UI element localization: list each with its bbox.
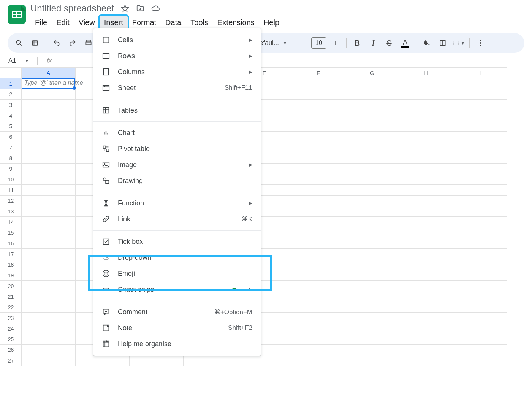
cell[interactable]: [22, 100, 76, 110]
cell[interactable]: [453, 121, 507, 132]
cell[interactable]: [399, 281, 453, 291]
cell[interactable]: [345, 249, 399, 259]
cell[interactable]: [399, 89, 453, 100]
cell[interactable]: [399, 164, 453, 174]
cell[interactable]: [399, 302, 453, 313]
menu-item-tables[interactable]: Tables: [93, 102, 261, 118]
cell[interactable]: [399, 270, 453, 281]
cell[interactable]: [345, 281, 399, 291]
cell[interactable]: [22, 206, 76, 217]
cell[interactable]: [22, 196, 76, 206]
row-header[interactable]: 3: [0, 100, 22, 110]
star-icon[interactable]: [121, 4, 129, 13]
cell[interactable]: [22, 249, 76, 259]
cell[interactable]: [453, 185, 507, 196]
sheets-logo[interactable]: [8, 5, 26, 24]
row-header[interactable]: 4: [0, 110, 22, 121]
cell[interactable]: [453, 291, 507, 302]
cell[interactable]: [345, 196, 399, 206]
menu-data[interactable]: Data: [161, 16, 186, 29]
cell[interactable]: [22, 142, 76, 153]
cell[interactable]: [345, 345, 399, 355]
menu-item-image[interactable]: Image▶: [93, 157, 261, 173]
menu-item-rows[interactable]: Rows▶: [93, 48, 261, 64]
text-color-button[interactable]: A: [398, 36, 412, 50]
menu-item-link[interactable]: Link⌘K: [93, 211, 261, 227]
cell[interactable]: [345, 313, 399, 323]
strikethrough-button[interactable]: S: [382, 36, 396, 50]
cell[interactable]: [399, 206, 453, 217]
cell[interactable]: [345, 323, 399, 334]
menu-file[interactable]: File: [30, 16, 52, 29]
col-header[interactable]: G: [345, 68, 399, 78]
cell[interactable]: [399, 121, 453, 132]
row-header[interactable]: 11: [0, 185, 22, 196]
cell[interactable]: [453, 302, 507, 313]
cell[interactable]: [345, 110, 399, 121]
row-header[interactable]: 8: [0, 153, 22, 164]
cell[interactable]: [345, 100, 399, 110]
cell[interactable]: [345, 291, 399, 302]
cloud-icon[interactable]: [151, 4, 160, 13]
cell[interactable]: [291, 217, 345, 227]
row-header[interactable]: 16: [0, 238, 22, 249]
cell[interactable]: [453, 281, 507, 291]
cell[interactable]: [291, 259, 345, 270]
cell[interactable]: [453, 164, 507, 174]
cell[interactable]: [399, 78, 453, 89]
cell[interactable]: [345, 153, 399, 164]
cell[interactable]: [345, 164, 399, 174]
cell[interactable]: [453, 227, 507, 238]
cell[interactable]: [453, 313, 507, 323]
cell[interactable]: [345, 174, 399, 185]
font-size-input[interactable]: 10: [311, 37, 326, 49]
cell[interactable]: [399, 132, 453, 142]
row-header[interactable]: 24: [0, 323, 22, 334]
row-header[interactable]: 7: [0, 142, 22, 153]
cell[interactable]: [22, 227, 76, 238]
cell[interactable]: [345, 334, 399, 345]
cell[interactable]: [345, 217, 399, 227]
cell[interactable]: [291, 110, 345, 121]
redo-icon[interactable]: [66, 36, 79, 50]
cell[interactable]: [345, 238, 399, 249]
cell[interactable]: [453, 323, 507, 334]
cell[interactable]: [399, 291, 453, 302]
cell[interactable]: [399, 249, 453, 259]
cell[interactable]: [291, 291, 345, 302]
menu-extensions[interactable]: Extensions: [213, 16, 259, 29]
cell[interactable]: [399, 153, 453, 164]
cell[interactable]: [291, 174, 345, 185]
italic-button[interactable]: I: [366, 36, 380, 50]
cell[interactable]: [22, 185, 76, 196]
cell[interactable]: [22, 291, 76, 302]
cell[interactable]: [291, 227, 345, 238]
doc-title[interactable]: Untitled spreadsheet: [30, 3, 114, 14]
cell[interactable]: [399, 217, 453, 227]
cell[interactable]: [345, 270, 399, 281]
cell[interactable]: [238, 355, 291, 366]
cell[interactable]: [22, 121, 76, 132]
cell[interactable]: [291, 313, 345, 323]
name-box[interactable]: A1▼: [3, 57, 33, 65]
cell[interactable]: [453, 345, 507, 355]
col-header[interactable]: I: [453, 68, 507, 78]
menu-item-tick-box[interactable]: Tick box: [93, 234, 261, 250]
menu-item-emoji[interactable]: Emoji: [93, 266, 261, 281]
cell[interactable]: [22, 78, 76, 89]
borders-button[interactable]: [436, 36, 450, 50]
cell[interactable]: [453, 78, 507, 89]
row-header[interactable]: 9: [0, 164, 22, 174]
merge-button[interactable]: ▼: [452, 36, 466, 50]
cell[interactable]: [22, 323, 76, 334]
menu-item-chart[interactable]: Chart: [93, 125, 261, 141]
menu-item-pivot-table[interactable]: Pivot table: [93, 141, 261, 157]
menu-item-smart-chips[interactable]: Smart chips▶: [93, 281, 261, 297]
row-header[interactable]: 14: [0, 217, 22, 227]
bold-button[interactable]: B: [350, 36, 364, 50]
font-size-increase[interactable]: +: [329, 36, 342, 50]
cell[interactable]: [453, 132, 507, 142]
cell[interactable]: [130, 355, 184, 366]
cell[interactable]: [291, 249, 345, 259]
cell[interactable]: [345, 206, 399, 217]
